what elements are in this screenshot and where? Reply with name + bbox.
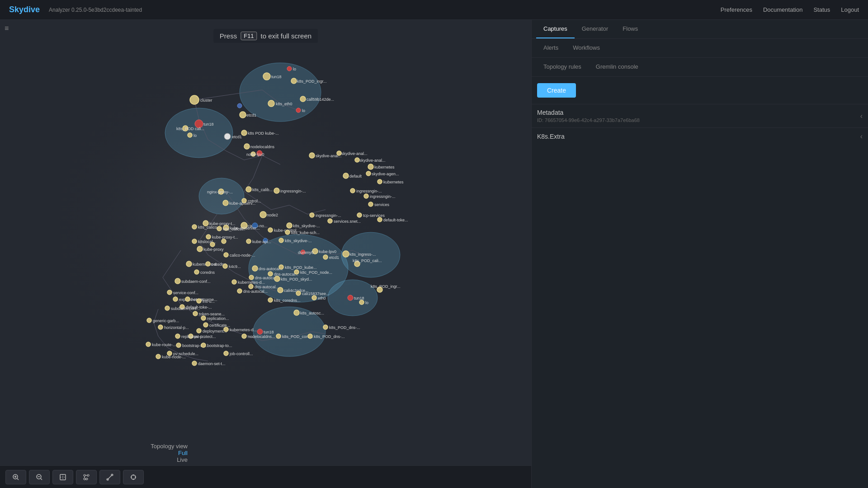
- captures-tab[interactable]: Captures: [536, 20, 575, 38]
- svg-text:services: services: [374, 202, 390, 207]
- topology-rules-tab[interactable]: Topology rules: [536, 58, 589, 76]
- tabs-row1: Captures Generator Flows: [532, 20, 868, 39]
- svg-point-2: [165, 108, 233, 158]
- svg-text:daemon-set-t...: daemon-set-t...: [198, 361, 226, 366]
- svg-point-78: [237, 103, 242, 108]
- svg-text:service-conf...: service-conf...: [173, 291, 198, 295]
- zoom-out-button[interactable]: [29, 470, 50, 484]
- svg-text:cluster: cluster: [200, 98, 212, 103]
- svg-text:k8s_POD_dns-...: k8s_POD_dns-...: [329, 325, 360, 330]
- right-panel: Captures Generator Flows Alerts Workflow…: [531, 20, 868, 488]
- metadata-collapse-icon[interactable]: ‹: [860, 112, 863, 120]
- svg-point-74: [296, 108, 301, 113]
- svg-point-256: [201, 343, 206, 347]
- k8s-extra-header: K8s.Extra ‹: [537, 132, 863, 141]
- svg-point-156: [206, 235, 211, 239]
- fullscreen-press-text: Press: [220, 32, 237, 40]
- svg-text:kubernetes: kubernetes: [383, 180, 404, 184]
- tabs-row2: Alerts Workflows: [532, 39, 868, 58]
- svg-text:lo: lo: [293, 67, 296, 71]
- svg-point-100: [368, 164, 373, 169]
- svg-text:cntrol...: cntrol...: [248, 199, 261, 203]
- svg-point-130: [328, 219, 332, 223]
- layout-settings-button[interactable]: [76, 470, 97, 484]
- svg-point-149: [285, 230, 290, 235]
- fullscreen-key: F11: [241, 32, 257, 40]
- svg-point-210: [312, 296, 316, 300]
- topology-live-link[interactable]: Live: [151, 456, 188, 463]
- svg-point-202: [237, 289, 242, 293]
- workflows-tab[interactable]: Workflows: [566, 39, 607, 57]
- svg-text:k8s_POD_ingr...: k8s_POD_ingr...: [371, 284, 401, 289]
- svg-text:k8s_POD_skyd...: k8s_POD_skyd...: [281, 277, 312, 282]
- svg-text:lo: lo: [193, 133, 197, 138]
- svg-point-172: [224, 253, 228, 257]
- flows-tab[interactable]: Flows: [615, 20, 645, 38]
- svg-point-76: [240, 112, 246, 118]
- filter-icon[interactable]: ≡: [5, 24, 9, 33]
- svg-text:tun18: tun18: [271, 75, 282, 79]
- fit-button[interactable]: [52, 470, 73, 484]
- create-button[interactable]: Create: [537, 83, 576, 98]
- svg-text:kube-proxy: kube-proxy: [203, 247, 224, 252]
- svg-point-108: [246, 187, 251, 192]
- svg-text:k8s_calib...: k8s_calib...: [252, 188, 273, 192]
- topology-full-link[interactable]: Full: [151, 450, 188, 456]
- app-subtitle: Analyzer 0.25.0-5e3bd2ccdeea-tainted: [49, 7, 142, 13]
- svg-text:kubernetes: kubernetes: [374, 165, 395, 169]
- svg-point-151: [279, 238, 283, 243]
- k8s-extra-collapse-icon[interactable]: ‹: [860, 132, 863, 141]
- svg-point-126: [260, 211, 266, 218]
- svg-point-268: [158, 325, 163, 329]
- generator-tab[interactable]: Generator: [575, 20, 616, 38]
- svg-text:default: default: [349, 174, 362, 178]
- zoom-in-button[interactable]: [5, 470, 26, 484]
- svg-point-204: [167, 290, 172, 295]
- svg-text:dns-autocal...: dns-autocal...: [255, 285, 279, 289]
- svg-point-240: [197, 328, 201, 333]
- svg-point-194: [274, 276, 280, 282]
- svg-point-248: [276, 334, 281, 338]
- svg-text:etcd1: etcd1: [232, 135, 242, 139]
- node-settings-button[interactable]: [123, 470, 144, 484]
- gremlin-console-tab[interactable]: Gremlin console: [589, 58, 646, 76]
- svg-text:lns-u...: lns-u...: [203, 299, 215, 304]
- svg-point-161: [210, 242, 215, 247]
- svg-point-89: [244, 144, 250, 149]
- alerts-tab[interactable]: Alerts: [536, 39, 566, 57]
- svg-point-252: [242, 334, 246, 338]
- svg-point-224: [197, 299, 201, 303]
- preferences-link[interactable]: Preferences: [721, 6, 752, 13]
- svg-text:replicaset-c...: replicaset-c...: [181, 334, 206, 339]
- svg-point-178: [223, 264, 227, 268]
- svg-text:k8s_POD cali...: k8s_POD cali...: [176, 127, 204, 131]
- logout-link[interactable]: Logout: [841, 6, 859, 13]
- documentation-link[interactable]: Documentation: [763, 6, 802, 13]
- svg-text:ingressngin-...: ingressngin-...: [370, 194, 396, 199]
- svg-text:kube-proxy-t...: kube-proxy-t...: [212, 235, 238, 239]
- svg-text:skydive-anal...: skydive-anal...: [341, 151, 368, 156]
- svg-text:kube-api...: kube-api...: [252, 239, 271, 244]
- svg-text:k8s_skydive-...: k8s_skydive-...: [285, 239, 312, 243]
- brand-logo[interactable]: Skydive: [9, 5, 40, 14]
- svg-point-242: [224, 327, 228, 332]
- status-link[interactable]: Status: [813, 6, 830, 13]
- edge-settings-button[interactable]: [99, 470, 120, 484]
- svg-point-145: [287, 223, 292, 228]
- svg-point-154: [246, 239, 251, 244]
- svg-point-164: [343, 251, 349, 257]
- svg-point-218: [173, 297, 178, 301]
- svg-point-262: [224, 351, 228, 356]
- svg-line-290: [107, 474, 113, 480]
- svg-text:subdaem-conf...: subdaem-conf...: [171, 306, 200, 311]
- topology-view-label: Topology view Full Live: [151, 443, 188, 463]
- svg-point-162: [197, 246, 203, 252]
- svg-text:default-toke...: default-toke...: [383, 218, 408, 222]
- svg-point-174: [186, 261, 192, 267]
- svg-text:etcd1: etcd1: [246, 113, 256, 117]
- svg-point-94: [309, 153, 315, 158]
- topology-canvas[interactable]: cluster tun18 k8s_POD_ingr... lo k8s_eth…: [0, 20, 531, 465]
- svg-point-85: [224, 133, 231, 140]
- svg-text:k8s_POD_kube...: k8s_POD_kube...: [285, 265, 317, 270]
- nav-links: Preferences Documentation Status Logout: [721, 6, 859, 13]
